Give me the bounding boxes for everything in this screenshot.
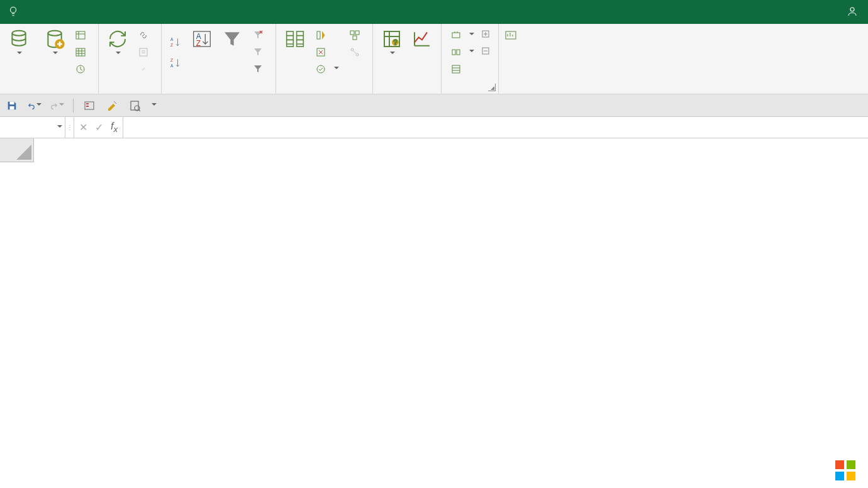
remove-duplicates-button[interactable]: [313, 45, 342, 60]
ribbon-group-forecast: ?: [373, 24, 442, 94]
sort-asc-button[interactable]: AZ: [168, 33, 184, 52]
ribbon-group-label: [442, 90, 498, 94]
clear-format-button[interactable]: [105, 99, 119, 113]
formula-input[interactable]: [123, 117, 868, 138]
cancel-icon[interactable]: ✕: [79, 121, 87, 133]
sort-desc-button[interactable]: ZA: [168, 53, 184, 72]
save-button[interactable]: [5, 99, 19, 113]
remove-dup-icon: [315, 47, 326, 58]
advanced-filter-button[interactable]: [250, 62, 269, 77]
undo-button[interactable]: [28, 99, 42, 113]
ribbon-group-get-transform: [0, 24, 99, 94]
svg-rect-35: [506, 31, 516, 39]
filter-button[interactable]: [217, 26, 247, 53]
ribbon-group-sort-filter: AZ ZA AZ: [162, 24, 276, 94]
formula-bar: ⋮ ✕ ✓ fx: [0, 117, 868, 138]
consolidate-button[interactable]: [347, 28, 366, 43]
name-box[interactable]: [0, 117, 65, 138]
edit-links-button[interactable]: [135, 62, 155, 77]
chevron-down-icon: [469, 50, 474, 55]
reapply-icon: [252, 47, 264, 58]
ribbon-group-label: [99, 90, 161, 94]
quick-access-toolbar: [0, 94, 868, 117]
subtotal-button[interactable]: [448, 62, 477, 77]
reapply-button[interactable]: [250, 45, 269, 60]
redo-button[interactable]: [50, 99, 64, 113]
sort-button[interactable]: AZ: [187, 26, 217, 53]
svg-rect-21: [350, 31, 354, 35]
chevron-down-icon: [53, 52, 58, 57]
ribbon-group-label: [162, 90, 275, 94]
text-to-columns-icon: [284, 28, 306, 50]
forecast-sheet-button[interactable]: [407, 26, 437, 53]
properties-button[interactable]: [135, 45, 155, 60]
spreadsheet-grid: [0, 138, 868, 488]
show-detail-icon[interactable]: [482, 29, 492, 40]
share-button[interactable]: [840, 0, 868, 24]
text-to-columns-button[interactable]: [280, 26, 310, 53]
qat-customize-icon[interactable]: [152, 103, 157, 108]
dialog-launcher-icon[interactable]: [488, 84, 496, 91]
advanced-icon: [252, 64, 264, 75]
link-icon: [138, 30, 149, 41]
group-icon: [450, 30, 462, 41]
ribbon-group-outline: [442, 24, 499, 94]
form-button[interactable]: [82, 99, 96, 113]
relationships-button[interactable]: [347, 45, 366, 60]
ribbon-group-label: [0, 90, 98, 94]
svg-rect-46: [847, 472, 855, 480]
chevron-down-icon: [59, 103, 64, 108]
enter-icon[interactable]: ✓: [95, 121, 103, 133]
sort-desc-icon: ZA: [170, 57, 182, 69]
show-queries-button[interactable]: [72, 28, 92, 43]
menu-bar: [0, 0, 868, 24]
svg-point-0: [11, 7, 16, 13]
hide-detail-icon[interactable]: [482, 46, 492, 57]
get-external-data-button[interactable]: [4, 26, 34, 58]
subtotal-icon: [450, 64, 462, 75]
svg-rect-45: [835, 472, 844, 480]
svg-rect-36: [9, 101, 14, 104]
filter-icon: [221, 28, 243, 50]
svg-point-2: [12, 31, 25, 36]
svg-rect-5: [76, 31, 85, 39]
refresh-all-button[interactable]: [103, 26, 133, 58]
from-table-button[interactable]: [72, 45, 92, 60]
fx-icon[interactable]: fx: [111, 121, 118, 134]
clear-filter-button[interactable]: [250, 28, 269, 43]
data-analysis-button[interactable]: [503, 26, 522, 42]
tell-me-box[interactable]: [0, 0, 30, 24]
data-analysis-icon: [505, 30, 516, 41]
print-preview-button[interactable]: [128, 99, 142, 113]
svg-text:A: A: [170, 37, 174, 42]
refresh-icon: [106, 28, 129, 50]
select-all-corner[interactable]: [0, 138, 34, 162]
svg-rect-43: [835, 460, 844, 469]
group-button[interactable]: [448, 28, 477, 43]
svg-rect-18: [317, 31, 320, 39]
svg-text:Z: Z: [170, 58, 173, 62]
ungroup-button[interactable]: [448, 45, 477, 60]
svg-point-20: [317, 65, 325, 73]
svg-rect-37: [9, 106, 14, 109]
whatif-button[interactable]: ?: [377, 26, 407, 58]
chevron-down-icon: [36, 103, 42, 108]
connections-button[interactable]: [135, 28, 155, 43]
watermark: [834, 459, 862, 482]
svg-rect-8: [140, 48, 147, 56]
chevron-down-icon: [390, 52, 395, 57]
recent-sources-button[interactable]: [72, 62, 92, 77]
chevron-down-icon: [334, 67, 339, 72]
data-validation-button[interactable]: [313, 62, 342, 77]
flash-fill-button[interactable]: [313, 28, 342, 43]
svg-rect-31: [457, 50, 460, 55]
svg-rect-23: [353, 36, 357, 40]
chevron-down-icon: [57, 125, 62, 130]
svg-rect-40: [86, 106, 89, 107]
whatif-icon: ?: [381, 28, 403, 50]
svg-rect-30: [452, 50, 455, 55]
new-query-button[interactable]: [40, 26, 70, 58]
new-query-icon: [43, 28, 66, 50]
watermark-logo-icon: [834, 459, 857, 482]
sort-icon: AZ: [191, 28, 213, 50]
